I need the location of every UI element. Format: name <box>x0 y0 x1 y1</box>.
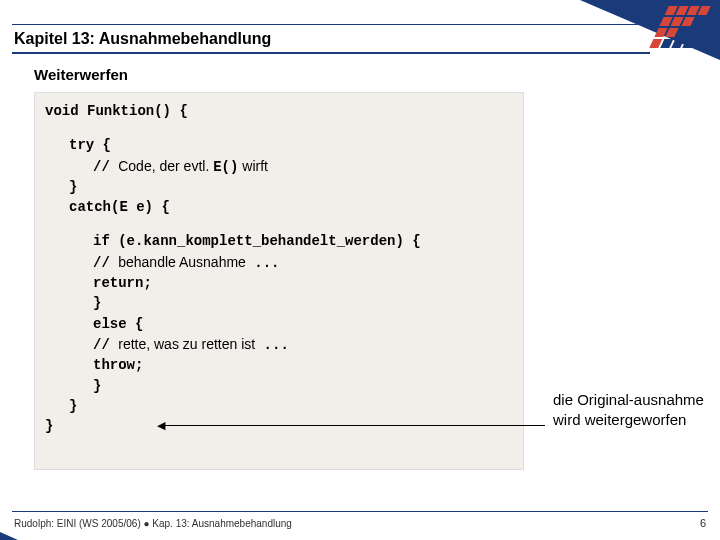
code-line: } <box>45 396 513 416</box>
page-number: 6 <box>700 517 706 529</box>
code-line: // Code, der evtl. E() wirft <box>45 156 513 177</box>
annotation-text: die Original-ausnahme wird weitergeworfe… <box>553 390 713 429</box>
divider-bottom <box>12 52 650 54</box>
code-line: void Funktion() { <box>45 101 513 121</box>
code-line: // rette, was zu retten ist ... <box>45 334 513 355</box>
arrow-head-icon: ◀ <box>157 419 165 432</box>
arrow-line <box>160 425 545 426</box>
chapter-title: Kapitel 13: Ausnahmebehandlung <box>14 30 271 48</box>
footer-divider <box>12 511 708 512</box>
code-line: catch(E e) { <box>45 197 513 217</box>
code-line: } <box>45 376 513 396</box>
code-line: } <box>45 416 513 436</box>
divider-top <box>12 24 650 25</box>
code-line: } <box>45 177 513 197</box>
code-line: } <box>45 293 513 313</box>
code-line: throw; <box>45 355 513 375</box>
slide-subtitle: Weiterwerfen <box>34 66 128 83</box>
code-block: void Funktion() { try { // Code, der evt… <box>34 92 524 470</box>
code-line: return; <box>45 273 513 293</box>
footer-text: Rudolph: EINI (WS 2005/06) ● Kap. 13: Au… <box>14 518 292 529</box>
code-line: if (e.kann_komplett_behandelt_werden) { <box>45 231 513 251</box>
code-line: else { <box>45 314 513 334</box>
code-line: // behandle Ausnahme ... <box>45 252 513 273</box>
code-line: try { <box>45 135 513 155</box>
footer-triangle <box>0 532 18 540</box>
